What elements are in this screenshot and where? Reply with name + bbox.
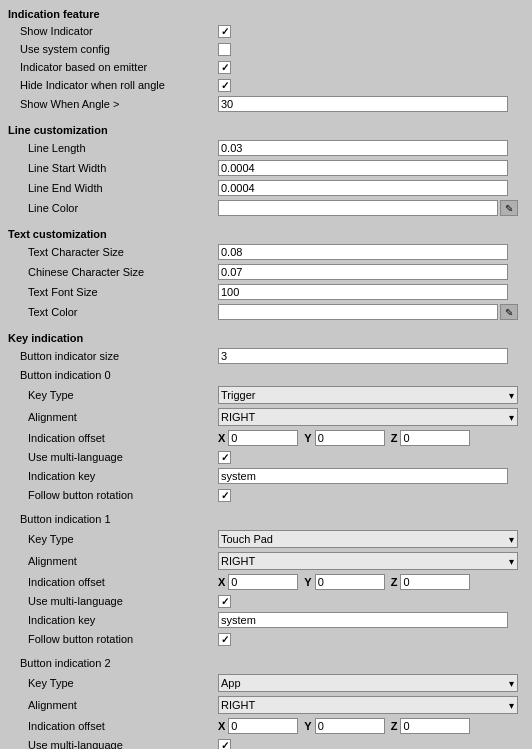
b2-x-label: X <box>218 720 225 732</box>
b0-indication-key-input[interactable] <box>218 468 508 484</box>
line-start-width-label: Line Start Width <box>8 162 218 174</box>
b2-z-label: Z <box>391 720 398 732</box>
line-customization-header: Line customization <box>0 120 532 138</box>
b0-y-input[interactable] <box>315 430 385 446</box>
b2-key-type-value: App Trigger Touch Pad <box>218 674 524 692</box>
b2-key-type-select[interactable]: App Trigger Touch Pad <box>218 674 518 692</box>
line-length-input[interactable] <box>218 140 508 156</box>
button-indicator-size-input[interactable] <box>218 348 508 364</box>
show-indicator-row: Show Indicator <box>0 22 532 40</box>
b1-alignment-row: Alignment RIGHT LEFT CENTER <box>0 550 532 572</box>
line-start-width-input[interactable] <box>218 160 508 176</box>
show-when-angle-label: Show When Angle > <box>8 98 218 110</box>
b1-follow-button-rotation-label: Follow button rotation <box>8 633 218 645</box>
b2-indication-offset-label: Indication offset <box>8 720 218 732</box>
indicator-based-label: Indicator based on emitter <box>8 61 218 73</box>
line-end-width-input[interactable] <box>218 180 508 196</box>
text-char-size-row: Text Character Size <box>0 242 532 262</box>
text-font-size-value <box>218 284 524 300</box>
b2-y-label: Y <box>304 720 311 732</box>
b0-z-input[interactable] <box>400 430 470 446</box>
text-font-size-input[interactable] <box>218 284 508 300</box>
text-char-size-input[interactable] <box>218 244 508 260</box>
b1-z-label: Z <box>391 576 398 588</box>
b0-use-multi-language-checkbox[interactable] <box>218 451 231 464</box>
b1-y-input[interactable] <box>315 574 385 590</box>
text-font-size-label: Text Font Size <box>8 286 218 298</box>
key-indication-header: Key indication <box>0 328 532 346</box>
b2-alignment-value: RIGHT LEFT CENTER <box>218 696 524 714</box>
b1-follow-button-rotation-checkbox[interactable] <box>218 633 231 646</box>
use-system-config-label: Use system config <box>8 43 218 55</box>
b1-alignment-select[interactable]: RIGHT LEFT CENTER <box>218 552 518 570</box>
line-color-label: Line Color <box>8 202 218 214</box>
use-system-config-value <box>218 43 524 56</box>
b0-indication-offset-row: Indication offset X Y Z <box>0 428 532 448</box>
hide-indicator-value <box>218 79 524 92</box>
line-end-width-label: Line End Width <box>8 182 218 194</box>
b2-use-multi-language-row: Use multi-language <box>0 736 532 749</box>
b0-x-input[interactable] <box>228 430 298 446</box>
b0-use-multi-language-label: Use multi-language <box>8 451 218 463</box>
show-when-angle-input[interactable] <box>218 96 508 112</box>
b0-key-type-row: Key Type Trigger Touch Pad App <box>0 384 532 406</box>
b1-key-type-label: Key Type <box>8 533 218 545</box>
line-length-label: Line Length <box>8 142 218 154</box>
b2-key-type-label: Key Type <box>8 677 218 689</box>
line-color-picker-btn[interactable]: ✎ <box>500 200 518 216</box>
use-system-config-checkbox[interactable] <box>218 43 231 56</box>
line-end-width-value <box>218 180 524 196</box>
b0-alignment-value: RIGHT LEFT CENTER <box>218 408 524 426</box>
button-indicator-size-value <box>218 348 524 364</box>
indicator-based-value <box>218 61 524 74</box>
b0-indication-key-row: Indication key <box>0 466 532 486</box>
b0-indication-offset-label: Indication offset <box>8 432 218 444</box>
b1-use-multi-language-checkbox[interactable] <box>218 595 231 608</box>
indicator-based-row: Indicator based on emitter <box>0 58 532 76</box>
button-indication-0-header: Button indication 0 <box>8 369 218 381</box>
b0-z-label: Z <box>391 432 398 444</box>
b1-indication-offset-row: Indication offset X Y Z <box>0 572 532 592</box>
b1-x-label: X <box>218 576 225 588</box>
b1-key-type-row: Key Type Touch Pad Trigger App <box>0 528 532 550</box>
show-indicator-checkbox[interactable] <box>218 25 231 38</box>
text-color-value: ✎ <box>218 304 524 320</box>
b2-use-multi-language-label: Use multi-language <box>8 739 218 749</box>
text-color-picker-btn[interactable]: ✎ <box>500 304 518 320</box>
line-length-row: Line Length <box>0 138 532 158</box>
button-indication-2-header: Button indication 2 <box>8 657 218 669</box>
button-indication-0-header-row: Button indication 0 <box>0 366 532 384</box>
b1-z-input[interactable] <box>400 574 470 590</box>
b2-alignment-row: Alignment RIGHT LEFT CENTER <box>0 694 532 716</box>
b1-use-multi-language-label: Use multi-language <box>8 595 218 607</box>
b1-alignment-select-wrapper: RIGHT LEFT CENTER <box>218 552 518 570</box>
hide-indicator-checkbox[interactable] <box>218 79 231 92</box>
b0-follow-button-rotation-row: Follow button rotation <box>0 486 532 504</box>
b2-z-input[interactable] <box>400 718 470 734</box>
text-char-size-value <box>218 244 524 260</box>
chinese-char-size-input[interactable] <box>218 264 508 280</box>
b0-follow-button-rotation-label: Follow button rotation <box>8 489 218 501</box>
b2-x-input[interactable] <box>228 718 298 734</box>
b2-alignment-select[interactable]: RIGHT LEFT CENTER <box>218 696 518 714</box>
b2-use-multi-language-checkbox[interactable] <box>218 739 231 750</box>
button-indication-1-header-row: Button indication 1 <box>0 510 532 528</box>
indicator-based-checkbox[interactable] <box>218 61 231 74</box>
b0-follow-button-rotation-checkbox[interactable] <box>218 489 231 502</box>
b1-follow-button-rotation-value <box>218 633 524 646</box>
text-color-row: Text Color ✎ <box>0 302 532 322</box>
b1-x-input[interactable] <box>228 574 298 590</box>
line-color-box <box>218 200 498 216</box>
b0-alignment-select[interactable]: RIGHT LEFT CENTER <box>218 408 518 426</box>
b1-indication-offset-value: X Y Z <box>218 574 524 590</box>
b0-key-type-value: Trigger Touch Pad App <box>218 386 524 404</box>
b1-key-type-select[interactable]: Touch Pad Trigger App <box>218 530 518 548</box>
line-end-width-row: Line End Width <box>0 178 532 198</box>
chinese-char-size-row: Chinese Character Size <box>0 262 532 282</box>
b0-key-type-select[interactable]: Trigger Touch Pad App <box>218 386 518 404</box>
b2-indication-offset-value: X Y Z <box>218 718 524 734</box>
b1-indication-key-input[interactable] <box>218 612 508 628</box>
b2-y-input[interactable] <box>315 718 385 734</box>
indication-feature-header: Indication feature <box>0 4 532 22</box>
show-indicator-value <box>218 25 524 38</box>
